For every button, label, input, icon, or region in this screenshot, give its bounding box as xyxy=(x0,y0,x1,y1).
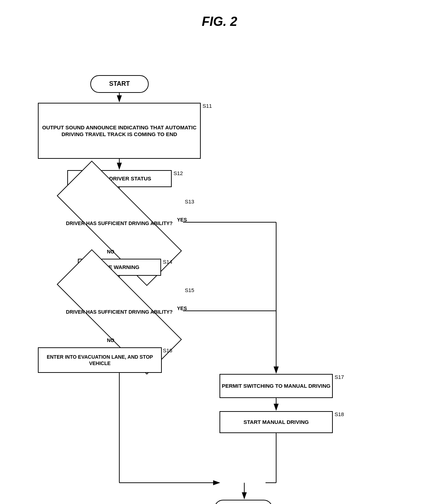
s12-label: S12 xyxy=(173,170,183,176)
s14-label: S14 xyxy=(163,259,172,265)
s11-box: OUTPUT SOUND ANNOUNCE INDICATING THAT AU… xyxy=(38,103,201,159)
page-title: FIG. 2 xyxy=(0,0,439,29)
s11-label: S11 xyxy=(203,103,212,109)
s15-no-label: NO xyxy=(107,337,114,343)
s18-box: START MANUAL DRIVING xyxy=(219,411,333,433)
s13-label: S13 xyxy=(185,198,194,205)
s13-diamond: DRIVER HAS SUFFICIENT DRIVING ABILITY? xyxy=(56,198,183,248)
flowchart-diagram: START OUTPUT SOUND ANNOUNCE INDICATING T… xyxy=(0,40,439,504)
s17-box: PERMIT SWITCHING TO MANUAL DRIVING xyxy=(219,374,333,398)
s15-label: S15 xyxy=(185,287,194,293)
s16-label: S16 xyxy=(163,347,172,353)
s18-label: S18 xyxy=(335,411,344,417)
s15-diamond: DRIVER HAS SUFFICIENT DRIVING ABILITY? xyxy=(56,287,183,337)
start-node: START xyxy=(90,75,149,93)
s16-box: ENTER INTO EVACUATION LANE, AND STOP VEH… xyxy=(38,347,162,373)
s15-yes-label: YES xyxy=(177,306,187,311)
end-node: END xyxy=(214,500,273,504)
s17-label: S17 xyxy=(335,374,344,380)
s13-yes-label: YES xyxy=(177,217,187,223)
s13-no-label: NO xyxy=(107,249,114,254)
